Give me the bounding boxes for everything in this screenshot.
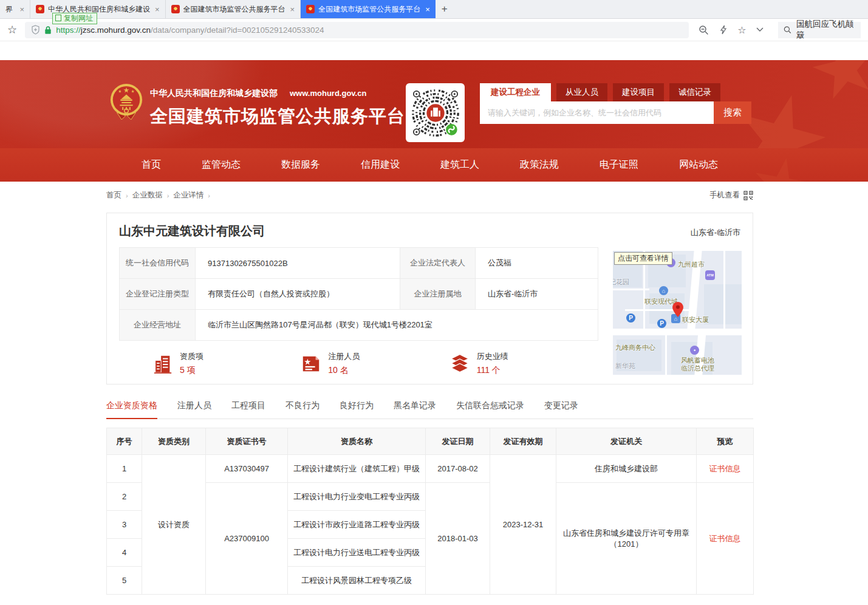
browser-search-box[interactable]: 国航回应飞机颠簸	[778, 22, 861, 38]
flag-star-decoration	[748, 152, 815, 182]
header-cell: 预览	[697, 428, 754, 455]
page-gap	[0, 41, 868, 60]
site-favicon-icon	[171, 5, 180, 13]
lock-icon	[44, 26, 52, 35]
zoom-out-icon[interactable]	[699, 25, 709, 35]
flag-star-decoration	[806, 60, 868, 108]
nav-item-policy[interactable]: 政策法规	[520, 159, 559, 171]
cell-qual-name: 工程设计建筑行业（建筑工程）甲级	[288, 455, 426, 483]
tab-qualifications[interactable]: 企业资质资格	[106, 400, 157, 419]
map-road	[665, 335, 667, 375]
search-button[interactable]: 搜索	[714, 101, 751, 124]
building-marker-icon: ⌂	[659, 286, 668, 295]
table-row: 1 设计资质 A137030497 工程设计建筑行业（建筑工程）甲级 2017-…	[107, 455, 754, 483]
map-road	[613, 329, 742, 335]
new-tab-button[interactable]: +	[436, 0, 454, 18]
tab-title: 全国建筑市场监管公共服务平台	[183, 4, 285, 15]
table-header-row: 序号 资质类别 资质证书号 资质名称 发证日期 发证有效期 发证机关 预览	[107, 428, 754, 455]
nav-item-site-news[interactable]: 网站动态	[679, 159, 718, 171]
main-nav: 首页 监管动态 数据服务 信用建设 建筑工人 政策法规 电子证照 网站动态	[0, 148, 868, 182]
stat-registered-personnel: 注册人员 10 名	[301, 351, 449, 376]
info-label: 统一社会信用代码	[120, 248, 196, 279]
tab-close-icon[interactable]: ×	[19, 5, 24, 13]
info-label: 企业经营地址	[120, 310, 196, 341]
company-summary-panel: 山东中元建筑设计有限公司 山东省-临沂市 统一社会信用代码 9137130267…	[106, 213, 753, 385]
nav-item-home[interactable]: 首页	[142, 159, 161, 171]
map-poi-biz-center: 九峰商务中心	[615, 343, 655, 352]
header-cell: 序号	[107, 428, 142, 455]
table-row: 企业登记注册类型 有限责任公司（自然人投资或控股） 企业注册属地 山东省-临沂市	[120, 279, 598, 310]
url-bar[interactable]: https://jzsc.mohurd.gov.cn/data/company/…	[25, 22, 689, 38]
cell-issue-date: 2018-01-03	[426, 483, 490, 595]
search-tab-personnel[interactable]: 从业人员	[556, 83, 607, 101]
qr-pattern-icon	[409, 86, 462, 140]
favorites-star-icon[interactable]: ☆	[737, 24, 746, 36]
tab-close-icon[interactable]: ×	[290, 5, 295, 13]
cell-no: 3	[107, 511, 142, 539]
nav-item-data-service[interactable]: 数据服务	[281, 159, 320, 171]
tab-good-behavior[interactable]: 良好行为	[340, 400, 374, 419]
shield-plus-icon[interactable]	[31, 25, 40, 35]
stat-label: 注册人员	[328, 351, 360, 362]
browser-tab-active[interactable]: 全国建筑市场监管公共服务平台 ×	[301, 0, 436, 18]
parking-icon: P	[626, 313, 635, 323]
layers-icon	[449, 354, 470, 374]
copy-icon	[56, 16, 61, 21]
cell-no: 4	[107, 539, 142, 567]
battery-marker-icon: •	[690, 346, 699, 355]
company-search-input[interactable]	[480, 101, 714, 124]
stat-value: 10 名	[328, 365, 360, 376]
map-block	[704, 284, 742, 324]
browser-tab-mohurd[interactable]: 中华人民共和国住房和城乡建设 ×	[30, 0, 166, 18]
cell-category: 设计资质	[142, 455, 206, 595]
info-value-address: 临沂市兰山区陶然路107号星河晶都（联安）现代城1号楼2201室	[196, 310, 598, 341]
atm-icon: ATM	[705, 270, 715, 280]
map-area-xinhua: 新华苑	[615, 361, 635, 371]
search-tab-enterprise[interactable]: 建设工程企业	[480, 83, 551, 101]
nav-item-e-license[interactable]: 电子证照	[600, 159, 638, 171]
tab-registered-personnel[interactable]: 注册人员	[177, 400, 211, 419]
tab-close-icon[interactable]: ×	[425, 5, 430, 13]
nav-item-workers[interactable]: 建筑工人	[440, 159, 479, 171]
breadcrumb-company-detail[interactable]: 企业详情	[173, 190, 203, 200]
header-search-module: 建设工程企业 从业人员 建设项目 诚信记录 搜索	[480, 83, 751, 124]
search-tab-project[interactable]: 建设项目	[613, 83, 664, 101]
browser-tab-partial[interactable]: 界 ×	[0, 0, 30, 18]
tab-dishonesty[interactable]: 失信联合惩戒记录	[456, 400, 524, 419]
breadcrumb-home[interactable]: 首页	[106, 190, 121, 200]
info-label: 企业注册属地	[400, 279, 476, 310]
cell-no: 1	[107, 455, 142, 483]
chevron-down-icon[interactable]	[756, 27, 764, 32]
cell-cert-no: A137030497	[206, 455, 288, 483]
cert-info-link[interactable]: 证书信息	[709, 534, 741, 543]
breadcrumb-separator: ›	[167, 192, 169, 199]
map-road	[723, 251, 725, 329]
breadcrumb-company-data[interactable]: 企业数据	[132, 190, 163, 200]
search-category-tabs: 建设工程企业 从业人员 建设项目 诚信记录	[480, 83, 751, 101]
cert-info-link[interactable]: 证书信息	[709, 464, 741, 473]
tab-projects[interactable]: 工程项目	[231, 400, 265, 419]
tab-blacklist[interactable]: 黑名单记录	[394, 400, 436, 419]
location-map[interactable]: 点击可查看详情 • 九州超市 ATM 纪花园 ⌂ 联安现代城 ⌂ 联安大厦 P …	[613, 251, 742, 375]
map-road	[613, 289, 649, 290]
nav-item-supervision[interactable]: 监管动态	[202, 159, 241, 171]
info-label: 企业法定代表人	[400, 248, 476, 279]
info-label: 企业登记注册类型	[120, 279, 196, 310]
breadcrumb-separator: ›	[126, 192, 128, 199]
cell-qual-name: 工程设计风景园林工程专项乙级	[288, 567, 426, 595]
cell-authority: 住房和城乡建设部	[556, 455, 697, 483]
tab-close-icon[interactable]: ×	[155, 5, 160, 13]
search-tab-credit[interactable]: 诚信记录	[669, 83, 720, 101]
info-value-credit-code: 91371302675501022B	[196, 248, 400, 279]
flash-icon[interactable]	[719, 25, 727, 35]
red-pin-icon	[672, 302, 683, 317]
tab-bad-behavior[interactable]: 不良行为	[285, 400, 320, 419]
tab-change-records[interactable]: 变更记录	[544, 400, 578, 419]
header-cell: 发证日期	[426, 428, 490, 455]
mobile-view-button[interactable]: 手机查看	[709, 190, 753, 200]
nav-item-credit[interactable]: 信用建设	[361, 159, 400, 171]
browser-tab-jzsc[interactable]: 全国建筑市场监管公共服务平台 ×	[166, 0, 301, 18]
url-text: https://jzsc.mohurd.gov.cn/data/company/…	[56, 26, 324, 35]
stat-value: 111 个	[477, 365, 508, 376]
bookmark-star-icon[interactable]: ☆	[7, 23, 17, 36]
